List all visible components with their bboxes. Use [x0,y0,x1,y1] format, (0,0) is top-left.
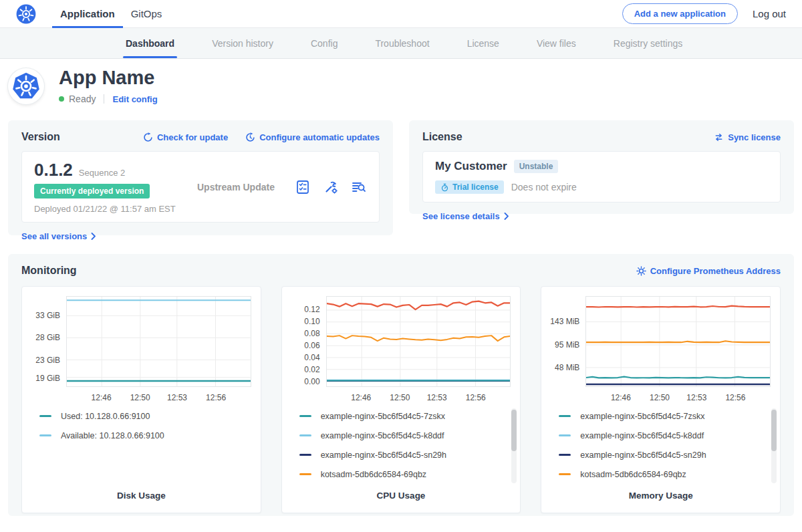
preflight-checks-icon [295,179,311,195]
subtab-dashboard[interactable]: Dashboard [126,28,174,58]
legend-item: example-nginx-5bc6f5d4c5-7zskx [299,406,511,426]
channel-badge: Unstable [514,160,559,173]
license-card-title: License [422,131,462,143]
chart-legend: example-nginx-5bc6f5d4c5-7zskxexample-ng… [551,406,771,485]
legend-dash [299,454,311,456]
cpu-usage-chart [326,296,511,387]
subtab-registry-settings[interactable]: Registry settings [614,28,682,58]
x-axis-tick: 12:46 [351,393,371,402]
legend-dash [559,454,571,456]
summary-cards-row: Version Check for update [0,104,802,235]
edit-config-link[interactable]: Edit config [112,94,157,104]
trial-license-label: Trial license [452,182,499,192]
license-card-header: License Sync license [422,131,781,143]
legend-dash [559,473,571,475]
legend-dash [39,434,51,436]
license-card: License Sync license My [409,120,794,214]
kots-admin-console: Application GitOps Add a new application… [0,0,802,532]
license-expiry: Does not expire [511,182,577,192]
legend-scrollbar-thumb[interactable] [771,410,777,451]
subtab-version-history[interactable]: Version history [212,28,273,58]
version-action-icons [295,179,367,195]
clock-refresh-icon [245,132,255,142]
subtab-license[interactable]: License [467,28,499,58]
ready-status-dot [59,96,64,102]
version-card-title: Version [21,131,60,143]
add-new-application-button[interactable]: Add a new application [622,3,738,24]
disk-usage-panel: 33 GiB28 GiB23 GiB19 GiB 12:4612:5012:53… [21,286,261,513]
legend-label: Available: 10.128.0.66:9100 [61,431,164,440]
legend-item: kotsadm-5db6dc6584-69qbz [299,464,511,484]
preflight-checks-button[interactable] [295,179,311,195]
legend-label: example-nginx-5bc6f5d4c5-k8ddf [321,431,444,440]
legend-dash [299,415,311,417]
sync-arrows-icon [714,132,724,142]
y-axis-tick: 0.02 [304,365,319,374]
page-title: App Name [59,67,158,89]
monitoring-panels: 33 GiB28 GiB23 GiB19 GiB 12:4612:5012:53… [21,286,781,513]
subtab-troubleshoot[interactable]: Troubleshoot [375,28,429,58]
legend-label: Used: 10.128.0.66:9100 [61,412,150,421]
configure-automatic-updates-link[interactable]: Configure automatic updates [245,132,380,142]
chevron-right-icon [91,233,96,240]
y-axis: 0.120.100.080.060.040.020.00 [291,296,326,387]
y-axis-tick: 0.00 [304,377,319,386]
legend-label: example-nginx-5bc6f5d4c5-k8ddf [580,431,704,440]
app-info: App Name Ready Edit config [59,65,158,104]
legend-scrollbar [771,408,777,483]
x-axis-tick: 12:53 [427,393,447,402]
subtab-config[interactable]: Config [311,28,338,58]
legend-dash [559,434,571,436]
see-license-details-link[interactable]: See license details [422,211,509,221]
app-status-row: Ready Edit config [59,94,158,104]
check-for-update-label: Check for update [157,132,228,142]
kubernetes-app-icon [11,72,41,101]
tab-application[interactable]: Application [52,0,123,28]
edit-config-version-button[interactable] [323,179,339,195]
legend-item: example-nginx-5bc6f5d4c5-7zskx [559,406,771,426]
memory-usage-chart [585,296,771,387]
configure-prometheus-link[interactable]: Configure Prometheus Address [636,266,781,276]
sync-license-label: Sync license [728,132,781,142]
chart-legend: Used: 10.128.0.66:9100Available: 10.128.… [31,406,251,485]
y-axis: 33 GiB28 GiB23 GiB19 GiB [31,296,66,387]
kubernetes-logo-icon [16,4,36,24]
legend-dash [299,434,311,436]
legend-label: kotsadm-5db6dc6584-69qbz [321,470,426,479]
subtab-view-files[interactable]: View files [537,28,576,58]
x-axis-tick: 12:50 [130,393,150,402]
legend-label: example-nginx-5bc6f5d4c5-sn29h [580,450,706,460]
y-axis-tick: 0.04 [304,353,319,362]
check-for-update-link[interactable]: Check for update [143,132,228,142]
sync-license-link[interactable]: Sync license [714,132,781,142]
logout-button[interactable]: Log out [753,8,786,19]
x-axis-tick: 12:50 [390,393,410,402]
view-deploy-logs-button[interactable] [351,179,367,195]
currently-deployed-badge: Currently deployed version [34,184,150,198]
configure-automatic-updates-label: Configure automatic updates [259,132,380,142]
y-axis-tick: 0.06 [304,341,319,350]
legend-scrollbar-thumb[interactable] [511,410,517,451]
legend-dash [559,415,571,417]
gear-icon [636,266,646,276]
legend-item: kotsadm-5db6dc6584-69qbz [559,464,771,484]
y-axis-tick: 48 MiB [555,363,579,372]
deploy-logs-search-icon [351,179,367,195]
config-wrench-gear-icon [323,179,339,195]
chart-title: Memory Usage [551,491,771,501]
license-details-box: My Customer Unstable Trial license Does … [422,151,781,203]
legend-label: example-nginx-5bc6f5d4c5-sn29h [321,450,446,460]
legend-dash [39,415,51,417]
legend-label: example-nginx-5bc6f5d4c5-7zskx [580,412,704,421]
x-axis-tick: 12:53 [167,393,187,402]
chart-title: CPU Usage [291,491,511,501]
tab-gitops[interactable]: GitOps [123,0,170,28]
customer-name: My Customer [435,160,507,173]
monitoring-title: Monitoring [21,265,77,277]
legend-dash [299,473,311,475]
legend-item: example-nginx-5bc6f5d4c5-k8ddf [559,426,771,445]
chart-title: Disk Usage [31,491,251,501]
see-all-versions-link[interactable]: See all versions [21,231,96,241]
chevron-right-icon [504,213,509,220]
legend-item: example-nginx-5bc6f5d4c5-k8ddf [299,426,511,445]
